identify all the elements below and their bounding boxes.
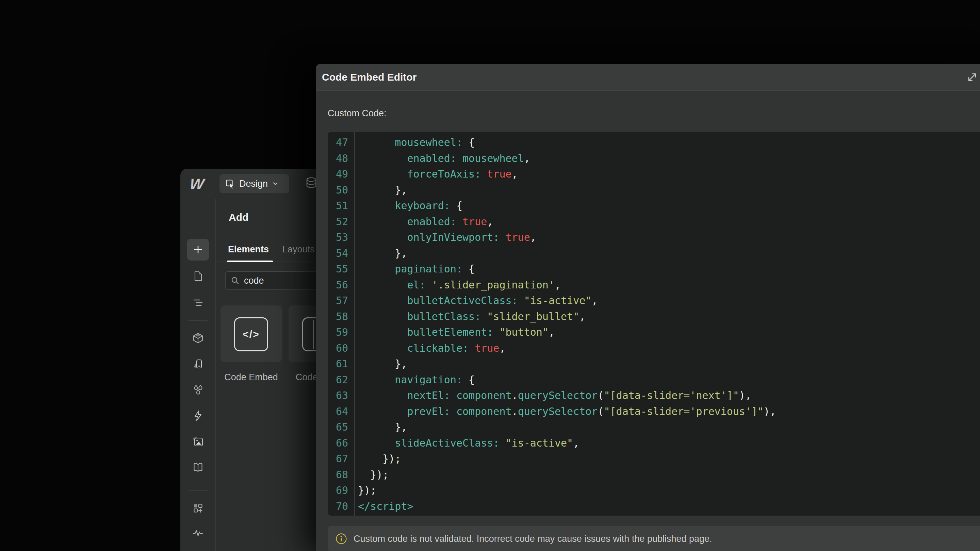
- code-lines: 47 mousewheel: {48 enabled: mousewheel,4…: [328, 135, 980, 514]
- code-line-60: 60 clickable: true,: [328, 340, 980, 356]
- tab-elements[interactable]: Elements: [228, 244, 269, 255]
- code-editor[interactable]: 47 mousewheel: {48 enabled: mousewheel,4…: [328, 132, 980, 516]
- line-number: 50: [328, 182, 348, 198]
- line-number: 48: [328, 151, 348, 167]
- screen: W Design: [0, 0, 980, 551]
- pages-button[interactable]: [192, 270, 204, 282]
- code-embed-element-card[interactable]: </>: [221, 305, 282, 362]
- toolbar-divider: [189, 321, 208, 321]
- code-line-54: 54 },: [328, 246, 980, 262]
- code-line-66: 66 slideActiveClass: "is-active",: [328, 435, 980, 451]
- navigator-button[interactable]: [192, 297, 204, 308]
- styles-button[interactable]: [192, 384, 204, 395]
- plus-icon: [192, 244, 204, 256]
- code-line-52: 52 enabled: true,: [328, 214, 980, 230]
- panel-title: Add: [229, 211, 248, 223]
- code-line-62: 62 navigation: {: [328, 372, 980, 388]
- search-input[interactable]: [243, 275, 306, 286]
- line-number: 64: [328, 404, 348, 420]
- line-number: 51: [328, 198, 348, 214]
- style-swatches-button[interactable]: [192, 358, 204, 370]
- line-number: 66: [328, 435, 348, 451]
- code-line-69: 69});: [328, 483, 980, 499]
- design-button-label: Design: [239, 179, 268, 189]
- line-number: 62: [328, 372, 348, 388]
- select-tool-icon: [225, 179, 235, 189]
- element-search[interactable]: [225, 271, 324, 290]
- code-line-50: 50 },: [328, 182, 980, 198]
- book-icon: [192, 462, 204, 473]
- line-number: 61: [328, 356, 348, 372]
- code-line-70: 70</script>: [328, 499, 980, 514]
- line-number: 70: [328, 499, 348, 514]
- navigator-icon: [192, 297, 204, 308]
- libraries-button[interactable]: [192, 462, 204, 473]
- code-glyph: </>: [243, 329, 259, 340]
- line-number: 59: [328, 324, 348, 340]
- line-number: 54: [328, 246, 348, 262]
- code-line-47: 47 mousewheel: {: [328, 135, 980, 151]
- components-button[interactable]: [192, 332, 204, 344]
- code-line-65: 65 },: [328, 419, 980, 435]
- code-line-57: 57 bulletActiveClass: "is-active",: [328, 293, 980, 309]
- code-embed-card-label: Code Embed: [221, 372, 282, 383]
- modal-header: Code Embed Editor: [316, 64, 980, 91]
- code-line-53: 53 onlyInViewport: true,: [328, 230, 980, 246]
- line-number: 53: [328, 230, 348, 246]
- droplets-icon: [192, 384, 204, 395]
- line-number: 56: [328, 277, 348, 293]
- logic-button[interactable]: [192, 527, 204, 539]
- code-line-56: 56 el: '.slider_pagination',: [328, 277, 980, 293]
- code-line-59: 59 bulletElement: "button",: [328, 324, 980, 340]
- page-icon: [192, 270, 204, 282]
- code-embed-icon: </>: [234, 318, 268, 351]
- pulse-icon: [192, 527, 204, 539]
- code-line-63: 63 nextEl: component.querySelector("[dat…: [328, 388, 980, 404]
- chevron-down-icon: [272, 180, 279, 187]
- design-mode-button[interactable]: Design: [220, 174, 289, 193]
- line-number: 67: [328, 451, 348, 467]
- code-line-48: 48 enabled: mousewheel,: [328, 151, 980, 167]
- line-number: 58: [328, 309, 348, 325]
- code-line-55: 55 pagination: {: [328, 261, 980, 277]
- modal-title: Code Embed Editor: [322, 71, 417, 83]
- code-line-64: 64 prevEl: component.querySelector("[dat…: [328, 404, 980, 420]
- line-number: 55: [328, 261, 348, 277]
- interactions-button[interactable]: [192, 410, 204, 421]
- line-number: 52: [328, 214, 348, 230]
- lightning-icon: [192, 410, 204, 421]
- tab-layouts[interactable]: Layouts: [282, 244, 315, 255]
- line-number: 57: [328, 293, 348, 309]
- info-circle-icon: [335, 533, 347, 545]
- line-number: 65: [328, 419, 348, 435]
- expand-diagonal-icon[interactable]: [966, 71, 978, 84]
- validation-warning-banner: Custom code is not validated. Incorrect …: [328, 526, 980, 551]
- code-embed-editor-modal: Code Embed Editor Custom Code: 47 mousew…: [316, 64, 980, 551]
- toolbar-divider: [189, 491, 208, 491]
- line-number: 60: [328, 340, 348, 356]
- designer-left-toolbar: {F: [180, 199, 216, 551]
- search-icon: [231, 276, 240, 285]
- line-number: 47: [328, 135, 348, 151]
- assets-button[interactable]: [192, 436, 204, 447]
- code-line-51: 51 keyboard: {: [328, 198, 980, 214]
- code-line-68: 68 });: [328, 467, 980, 483]
- webflow-logo-icon[interactable]: W: [189, 176, 210, 192]
- code-line-67: 67 });: [328, 451, 980, 467]
- active-tab-underline: [227, 260, 273, 262]
- apps-grid-icon: [192, 502, 204, 514]
- custom-code-label: Custom Code:: [328, 108, 387, 119]
- swatches-icon: [192, 358, 204, 370]
- code-line-58: 58 bulletClass: "slider_bullet",: [328, 309, 980, 325]
- line-number: 69: [328, 483, 348, 499]
- line-number: 49: [328, 166, 348, 182]
- warning-text: Custom code is not validated. Incorrect …: [353, 534, 712, 544]
- code-line-49: 49 forceToAxis: true,: [328, 166, 980, 182]
- add-elements-button[interactable]: [187, 239, 209, 260]
- line-number: 68: [328, 467, 348, 483]
- line-number: 63: [328, 388, 348, 404]
- cube-icon: [192, 332, 204, 344]
- image-icon: [192, 436, 204, 447]
- code-line-61: 61 },: [328, 356, 980, 372]
- apps-button[interactable]: [192, 502, 204, 514]
